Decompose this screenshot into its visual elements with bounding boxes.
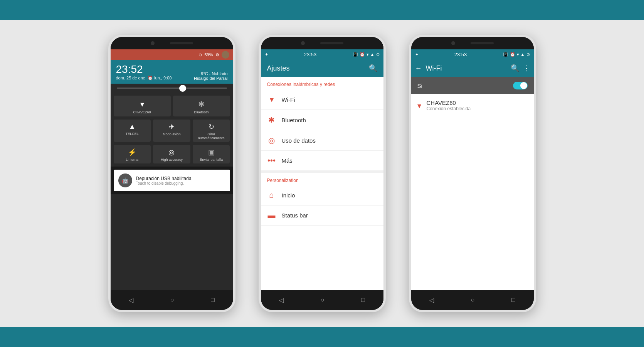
cast-label: Enviar pantalla bbox=[200, 158, 223, 162]
brightness-slider[interactable] bbox=[111, 84, 233, 93]
back-button[interactable]: ◁ bbox=[129, 296, 133, 304]
bluetooth-setting-item[interactable]: ✱ Bluetooth bbox=[261, 110, 383, 130]
rotate-label: Girar automáticamente bbox=[195, 132, 228, 140]
wifi-net-status: Conexión establecida bbox=[427, 106, 471, 111]
quick-tiles-row1: ▾ CHAVEZ60 ✱ Bluetooth bbox=[111, 93, 233, 120]
notif-date: dom. 25 de ene. ⏰ lun., 9:00 bbox=[116, 76, 172, 81]
recents-button-2[interactable]: □ bbox=[361, 296, 365, 303]
wifi-back-icon[interactable]: ← bbox=[415, 64, 422, 72]
data-usage-icon: ◎ bbox=[267, 136, 276, 145]
avatar-icon bbox=[222, 51, 229, 59]
telcel-label: TELCEL bbox=[126, 132, 139, 136]
bluetooth-tile[interactable]: ✱ Bluetooth bbox=[173, 96, 230, 116]
settings-search-icon[interactable]: 🔍 bbox=[369, 64, 377, 72]
usb-debug-notification[interactable]: 🤖 Depuración USB habilitada Touch to dis… bbox=[114, 170, 230, 191]
alarm-icon-2: ⏰ bbox=[360, 52, 365, 57]
phone-1-top bbox=[111, 37, 233, 49]
flashlight-tile[interactable]: ⚡ Linterna bbox=[114, 145, 151, 163]
airplane-tile[interactable]: ✈ Modo avión bbox=[153, 120, 190, 142]
phone2-status-icon: ✦ bbox=[265, 52, 268, 57]
location-label: High accuracy bbox=[161, 158, 183, 162]
home-setting-icon: ⌂ bbox=[267, 191, 276, 200]
home-setting-item[interactable]: ⌂ Inicio bbox=[261, 185, 383, 206]
cast-icon: ▣ bbox=[208, 148, 215, 157]
rotate-icon: ↻ bbox=[209, 123, 214, 131]
telcel-tile[interactable]: ▲ TELCEL bbox=[114, 120, 151, 142]
signal-icon: ▲ bbox=[129, 123, 136, 131]
wifi-tile-label: CHAVEZ60 bbox=[133, 110, 151, 114]
airplane-icon: ✈ bbox=[169, 123, 175, 131]
wifi-net-icon: ▾ bbox=[417, 101, 421, 110]
bluetooth-tile-icon: ✱ bbox=[198, 99, 205, 109]
airplane-label: Modo avión bbox=[163, 132, 181, 136]
wifi-tile[interactable]: ▾ CHAVEZ60 bbox=[114, 96, 171, 116]
speaker-grille bbox=[170, 42, 193, 44]
phone-3-screen: ✦ 23:53 📳 ⏰ ▾ ▲ ⊙ ← Wi-Fi 🔍 ⋮ Si bbox=[411, 49, 534, 290]
phone2-status-icons: 📳 ⏰ ▾ ▲ ⊙ bbox=[353, 52, 380, 57]
recents-button[interactable]: □ bbox=[211, 296, 215, 303]
speaker-grille-2 bbox=[320, 42, 343, 44]
rotate-tile[interactable]: ↻ Girar automáticamente bbox=[193, 120, 230, 142]
statusbar-setting-item[interactable]: ▬ Status bar bbox=[261, 206, 383, 226]
wifi-search-icon[interactable]: 🔍 bbox=[511, 64, 519, 72]
back-button-2[interactable]: ◁ bbox=[279, 296, 284, 304]
location-tile[interactable]: ◎ High accuracy bbox=[153, 145, 190, 163]
phone3-status-icon: ✦ bbox=[415, 52, 419, 57]
section-label-connections: Conexiones inalámbricas y redes bbox=[261, 77, 383, 89]
more-item[interactable]: ••• Más bbox=[261, 151, 383, 171]
wifi-network-chavez60[interactable]: ▾ CHAVEZ60 Conexión establecida bbox=[411, 94, 534, 117]
home-setting-text: Inicio bbox=[282, 192, 295, 199]
battery-icon: ⊙ bbox=[198, 52, 202, 57]
more-icon: ••• bbox=[267, 156, 276, 165]
bluetooth-setting-icon: ✱ bbox=[267, 115, 276, 125]
phone3-nav-bar: ◁ ○ □ bbox=[411, 290, 534, 310]
data-usage-item[interactable]: ◎ Uso de datos bbox=[261, 130, 383, 151]
notif-time: 23:52 bbox=[116, 64, 172, 75]
home-button-3[interactable]: ○ bbox=[471, 296, 475, 303]
phone-2-screen: ✦ 23:53 📳 ⏰ ▾ ▲ ⊙ Ajustes 🔍 Conexiones i… bbox=[261, 49, 383, 290]
wifi-setting-item[interactable]: ▾ Wi-Fi bbox=[261, 89, 383, 110]
phone2-status-bar: ✦ 23:53 📳 ⏰ ▾ ▲ ⊙ bbox=[261, 49, 383, 59]
battery-icon-3: ⊙ bbox=[526, 52, 530, 57]
camera-dot-3 bbox=[451, 41, 455, 45]
bottom-decorative-bar bbox=[0, 327, 644, 347]
signal-icon-2: ▲ bbox=[370, 52, 375, 57]
notif-location: Hidalgo del Parral bbox=[194, 76, 227, 81]
home-button-2[interactable]: ○ bbox=[321, 296, 325, 303]
signal-icon-3: ▲ bbox=[521, 52, 525, 57]
statusbar-setting-icon: ▬ bbox=[267, 211, 276, 220]
recents-button-3[interactable]: □ bbox=[511, 296, 515, 303]
flashlight-label: Linterna bbox=[126, 158, 139, 162]
wifi-toggle-switch[interactable] bbox=[513, 82, 528, 89]
battery-icon-2: ⊙ bbox=[376, 52, 380, 57]
back-button-3[interactable]: ◁ bbox=[429, 296, 434, 304]
phone-2-top bbox=[261, 37, 383, 49]
speaker-grille-3 bbox=[471, 42, 494, 44]
wifi-content-fill bbox=[411, 117, 534, 290]
wifi-more-icon[interactable]: ⋮ bbox=[523, 64, 530, 72]
vibrate-icon-3: 📳 bbox=[503, 52, 508, 57]
wifi-icon: ▾ bbox=[367, 52, 369, 57]
notif-weather: 9°C - Nublado bbox=[194, 71, 227, 76]
wifi-setting-icon: ▾ bbox=[267, 95, 276, 104]
notif-card-title: Depuración USB habilitada bbox=[136, 176, 192, 181]
camera-dot-2 bbox=[301, 41, 305, 45]
phones-container: ⊙ 59% ⚙ 23:52 dom. 25 de ene. ⏰ lun., 9:… bbox=[108, 35, 536, 312]
settings-toolbar: Ajustes 🔍 bbox=[261, 59, 383, 77]
home-button[interactable]: ○ bbox=[170, 296, 174, 303]
wifi-toolbar: ← Wi-Fi 🔍 ⋮ bbox=[411, 59, 534, 77]
cast-tile[interactable]: ▣ Enviar pantalla bbox=[193, 145, 230, 163]
phone2-time: 23:53 bbox=[304, 52, 317, 57]
brightness-thumb bbox=[179, 85, 186, 92]
section-label-personalization: Personalization bbox=[261, 173, 383, 185]
phone-3-top bbox=[411, 37, 534, 49]
phone-2: ✦ 23:53 📳 ⏰ ▾ ▲ ⊙ Ajustes 🔍 Conexiones i… bbox=[259, 35, 386, 312]
phone1-notif-header: 23:52 dom. 25 de ene. ⏰ lun., 9:00 9°C -… bbox=[111, 60, 233, 84]
quick-tiles-row2: ▲ TELCEL ✈ Modo avión ↻ Girar automática… bbox=[111, 120, 233, 145]
wifi-page-title: Wi-Fi bbox=[426, 64, 507, 72]
bluetooth-setting-text: Bluetooth bbox=[282, 117, 306, 123]
camera-dot bbox=[151, 41, 155, 45]
brightness-track bbox=[117, 88, 227, 89]
wifi-net-name: CHAVEZ60 bbox=[427, 99, 471, 106]
phone-1-screen: ⊙ 59% ⚙ 23:52 dom. 25 de ene. ⏰ lun., 9:… bbox=[111, 49, 233, 290]
